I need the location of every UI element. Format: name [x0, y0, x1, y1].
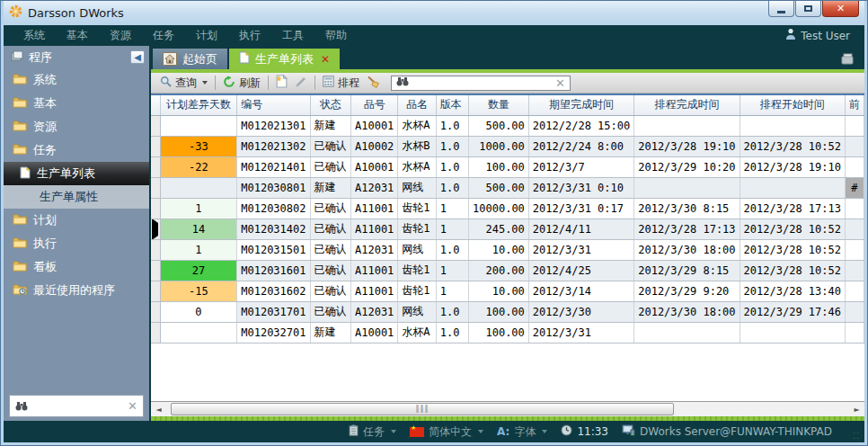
table-row-11[interactable]: M012032701新建A10001水杯A1.0100.002012/3/31 — [151, 322, 864, 343]
cell-sched_finish[interactable]: 2012/3/29 10:20 — [634, 156, 740, 177]
cell-order_no[interactable]: M012032701 — [237, 322, 310, 343]
cell-status[interactable]: 新建 — [310, 177, 351, 198]
cell-extra[interactable] — [845, 156, 864, 177]
cell-item_name[interactable]: 网线 — [398, 239, 436, 260]
cell-expected[interactable]: 2012/3/31 0:10 — [528, 177, 633, 198]
sidebar-search-clear-icon[interactable]: ✕ — [128, 399, 137, 413]
menu-item-4[interactable]: 任务 — [142, 28, 185, 43]
cell-order_no[interactable]: M012031601 — [237, 260, 310, 281]
row-indicator[interactable] — [151, 198, 160, 219]
sidebar-item-5[interactable]: 生产单列表 — [4, 162, 149, 185]
cell-status[interactable]: 已确认 — [310, 301, 351, 322]
cell-item_no[interactable]: A10001 — [351, 322, 398, 343]
cell-expected[interactable]: 2012/3/31 — [528, 322, 633, 343]
column-header-4[interactable]: 品号 — [351, 95, 398, 115]
cell-diff[interactable]: -15 — [160, 281, 237, 301]
cell-status[interactable]: 已确认 — [310, 198, 351, 219]
cell-item_name[interactable]: 水杯A — [398, 115, 436, 136]
cell-item_name[interactable]: 水杯A — [398, 322, 436, 343]
cell-version[interactable]: 1.0 — [436, 301, 468, 322]
cell-extra[interactable] — [845, 260, 864, 281]
cell-diff[interactable] — [160, 115, 237, 136]
cell-version[interactable]: 1.0 — [436, 156, 468, 177]
cell-version[interactable]: 1.0 — [436, 177, 468, 198]
cell-extra[interactable] — [845, 239, 864, 260]
cell-qty[interactable]: 1000.00 — [469, 136, 529, 156]
cell-sched_finish[interactable]: 2012/3/28 17:13 — [634, 219, 740, 239]
column-header-1[interactable]: 计划差异天数 — [160, 95, 237, 115]
cell-order_no[interactable]: M012030802 — [237, 198, 310, 219]
scroll-right-icon[interactable]: ► — [849, 402, 864, 416]
sidebar-item-1[interactable]: 系统 — [4, 68, 149, 92]
sidebar-item-9[interactable]: 看板 — [4, 255, 149, 279]
sidebar-item-4[interactable]: 任务 — [4, 138, 149, 162]
table-row-2[interactable]: -33M012021302已确认A10002水杯B1.01000.002012/… — [151, 136, 864, 156]
cell-version[interactable]: 1.0 — [436, 115, 468, 136]
cell-order_no[interactable]: M012031402 — [237, 219, 310, 239]
cell-version[interactable]: 1 — [436, 260, 468, 281]
row-indicator[interactable] — [151, 156, 160, 177]
query-button[interactable]: 查询 — [156, 76, 211, 91]
scrollbar-thumb[interactable]: ‖‖‖ — [171, 403, 674, 415]
cell-sched_start[interactable] — [740, 322, 845, 343]
cell-expected[interactable]: 2012/3/30 — [528, 301, 633, 322]
column-header-11[interactable]: 前 — [845, 95, 864, 115]
table-row-4[interactable]: M012030801新建A12031网线1.0500.002012/3/31 0… — [151, 177, 864, 198]
table-row-3[interactable]: -22M012021401已确认A10001水杯A1.0100.002012/3… — [151, 156, 864, 177]
cell-version[interactable]: 1 — [436, 281, 468, 301]
cell-sched_start[interactable]: 2012/3/29 17:46 — [740, 301, 845, 322]
sidebar-item-6[interactable]: 生产单属性 — [4, 185, 149, 209]
task-menu[interactable]: 任务 — [349, 424, 396, 440]
cell-qty[interactable]: 100.00 — [469, 322, 529, 343]
horizontal-scrollbar[interactable]: ◄ ‖‖‖ ► — [151, 401, 864, 416]
language-menu[interactable]: 简体中文 — [410, 424, 483, 440]
cell-extra[interactable] — [845, 115, 864, 136]
cell-status[interactable]: 已确认 — [310, 281, 351, 301]
cell-sched_finish[interactable]: 2012/3/29 9:20 — [634, 281, 740, 301]
menu-item-6[interactable]: 执行 — [228, 28, 271, 43]
cell-qty[interactable]: 245.00 — [469, 219, 529, 239]
cell-sched_finish[interactable]: 2012/3/28 19:10 — [634, 136, 740, 156]
cell-expected[interactable]: 2012/4/25 — [528, 260, 633, 281]
cell-item_no[interactable]: A12031 — [351, 301, 398, 322]
menu-item-1[interactable]: 系统 — [13, 28, 56, 43]
sidebar-search-input[interactable] — [32, 400, 123, 413]
cell-extra[interactable] — [845, 136, 864, 156]
cell-expected[interactable]: 2012/3/31 — [528, 239, 633, 260]
cell-status[interactable]: 新建 — [310, 115, 351, 136]
current-user[interactable]: Test User — [785, 28, 855, 43]
schedule-button[interactable]: 排程 — [319, 76, 363, 91]
cell-item_no[interactable]: A12031 — [351, 239, 398, 260]
cell-sched_finish[interactable] — [634, 177, 740, 198]
row-indicator[interactable] — [151, 219, 160, 239]
cell-diff[interactable]: 1 — [160, 239, 237, 260]
cell-version[interactable]: 1 — [436, 219, 468, 239]
clean-button[interactable] — [363, 76, 384, 91]
row-indicator[interactable] — [151, 115, 160, 136]
cell-sched_finish[interactable] — [634, 322, 740, 343]
cell-status[interactable]: 已确认 — [310, 239, 351, 260]
cell-expected[interactable]: 2012/3/31 0:17 — [528, 198, 633, 219]
menu-item-8[interactable]: 帮助 — [314, 28, 358, 43]
cell-version[interactable]: 1.0 — [436, 322, 468, 343]
cell-extra[interactable] — [845, 219, 864, 239]
sidebar-item-7[interactable]: 计划 — [4, 209, 149, 232]
refresh-button[interactable]: 刷新 — [219, 76, 264, 91]
cell-item_no[interactable]: A11001 — [351, 219, 398, 239]
table-row-7[interactable]: 1M012031501已确认A12031网线1.010.002012/3/312… — [151, 239, 864, 260]
row-indicator[interactable] — [151, 177, 160, 198]
cell-order_no[interactable]: M012021302 — [237, 136, 310, 156]
cell-expected[interactable]: 2012/3/7 — [528, 156, 633, 177]
cell-item_no[interactable]: A12031 — [351, 177, 398, 198]
table-row-10[interactable]: 0M012031701已确认A12031网线1.0100.002012/3/30… — [151, 301, 864, 322]
table-filter-input[interactable] — [413, 76, 551, 89]
cell-item_no[interactable]: A11001 — [351, 260, 398, 281]
cell-extra[interactable]: # — [845, 177, 864, 198]
column-header-8[interactable]: 期望完成时间 — [528, 95, 633, 115]
column-header-3[interactable]: 状态 — [310, 95, 351, 115]
table-row-5[interactable]: 1M012030802已确认A11001齿轮1110000.002012/3/3… — [151, 198, 864, 219]
cell-status[interactable]: 已确认 — [310, 136, 351, 156]
cell-item_name[interactable]: 齿轮1 — [398, 219, 436, 239]
tab-close-icon[interactable]: ✕ — [321, 53, 330, 66]
filter-clear-icon[interactable]: ✕ — [555, 76, 565, 90]
